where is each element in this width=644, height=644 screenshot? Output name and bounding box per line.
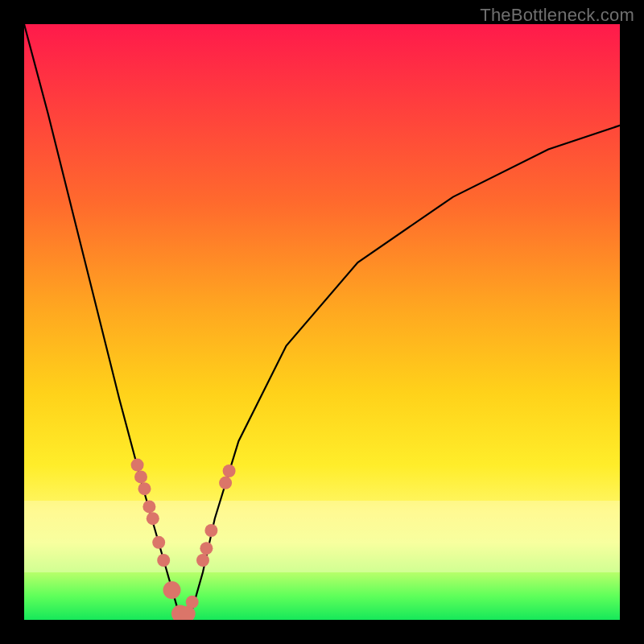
marker-dot [157, 554, 170, 567]
marker-dot [219, 477, 232, 489]
marker-dot [134, 470, 147, 483]
marker-dot [147, 512, 159, 525]
marker-dot [223, 464, 236, 477]
watermark-text: TheBottleneck.com [480, 5, 634, 26]
marker-dot [152, 536, 165, 549]
marker-dot [131, 459, 144, 472]
marker-dot [163, 581, 181, 599]
marker-dot [204, 524, 217, 537]
marker-group [131, 459, 236, 620]
outer-frame: TheBottleneck.com [0, 0, 644, 644]
marker-dot [200, 542, 213, 555]
bottleneck-curve [24, 24, 620, 614]
marker-dot [142, 500, 155, 513]
chart-svg [24, 24, 620, 620]
marker-dot [196, 554, 209, 567]
plot-area [24, 24, 620, 620]
marker-dot [138, 482, 151, 495]
marker-dot [186, 596, 199, 609]
